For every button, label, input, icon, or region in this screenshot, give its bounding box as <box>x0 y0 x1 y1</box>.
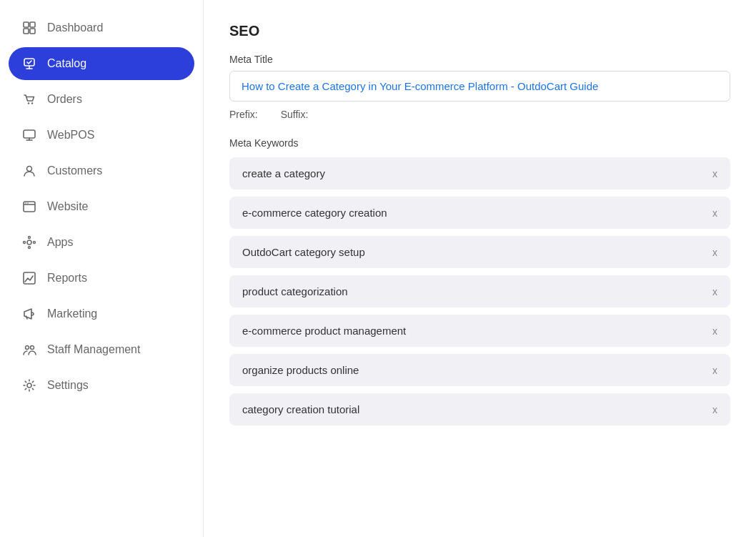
keyword-remove-button[interactable]: x <box>712 168 717 179</box>
svg-point-16 <box>34 242 36 244</box>
svg-rect-2 <box>24 29 29 34</box>
suffix-label: Suffix: <box>281 109 309 120</box>
sidebar-item-catalog[interactable]: Catalog <box>9 47 194 80</box>
sidebar: Dashboard Catalog Orders <box>0 0 204 537</box>
svg-point-8 <box>27 167 32 172</box>
keyword-remove-button[interactable]: x <box>712 365 717 376</box>
marketing-icon <box>21 306 37 322</box>
sidebar-item-customers[interactable]: Customers <box>9 154 194 187</box>
svg-point-18 <box>26 346 29 350</box>
sidebar-item-apps[interactable]: Apps <box>9 226 194 259</box>
sidebar-item-staff-management[interactable]: Staff Management <box>9 333 194 366</box>
keyword-tag-text: category creation tutorial <box>242 403 359 415</box>
keyword-tag-row: product categorizationx <box>229 275 730 307</box>
svg-point-20 <box>27 383 31 388</box>
customers-icon <box>21 163 37 179</box>
sidebar-item-reports[interactable]: Reports <box>9 262 194 295</box>
keyword-remove-button[interactable]: x <box>712 404 717 415</box>
sidebar-item-label: Apps <box>47 236 73 249</box>
staff-management-icon <box>21 342 37 358</box>
sidebar-item-label: Customers <box>47 164 102 177</box>
svg-point-10 <box>25 202 26 204</box>
keyword-tag-row: create a categoryx <box>229 157 730 189</box>
website-icon <box>21 199 37 215</box>
svg-point-13 <box>29 237 31 239</box>
sidebar-item-marketing[interactable]: Marketing <box>9 297 194 330</box>
sidebar-item-label: Reports <box>47 272 87 285</box>
keyword-tag-text: e-commerce category creation <box>242 207 387 219</box>
svg-point-19 <box>31 346 34 350</box>
keyword-tag-text: OutdoCart category setup <box>242 246 365 258</box>
keyword-tag-row: e-commerce product managementx <box>229 315 730 347</box>
svg-rect-0 <box>24 22 29 27</box>
keyword-tag-row: e-commerce category creationx <box>229 197 730 229</box>
keyword-remove-button[interactable]: x <box>712 286 717 297</box>
keyword-remove-button[interactable]: x <box>712 207 717 219</box>
svg-rect-7 <box>24 130 35 138</box>
webpos-icon <box>21 127 37 143</box>
keyword-tag-row: OutdoCart category setupx <box>229 236 730 268</box>
prefix-suffix-row: Prefix: Suffix: <box>229 109 730 120</box>
keyword-remove-button[interactable]: x <box>712 247 717 258</box>
page-title: SEO <box>229 23 730 39</box>
keyword-tag-row: organize products onlinex <box>229 354 730 386</box>
keyword-remove-button[interactable]: x <box>712 325 717 337</box>
keywords-list: create a categoryxe-commerce category cr… <box>229 157 730 425</box>
sidebar-item-label: Dashboard <box>47 21 103 34</box>
svg-point-11 <box>27 202 29 204</box>
svg-point-14 <box>29 247 31 249</box>
sidebar-item-website[interactable]: Website <box>9 190 194 223</box>
keyword-tag-text: create a category <box>242 167 325 179</box>
sidebar-item-orders[interactable]: Orders <box>9 83 194 116</box>
orders-icon <box>21 92 37 107</box>
sidebar-item-label: Marketing <box>47 307 97 320</box>
sidebar-item-settings[interactable]: Settings <box>9 369 194 402</box>
main-content: SEO Meta Title Prefix: Suffix: Meta Keyw… <box>204 0 756 537</box>
sidebar-item-label: Staff Management <box>47 343 140 356</box>
sidebar-item-label: Settings <box>47 379 89 392</box>
sidebar-item-label: Catalog <box>47 57 86 70</box>
svg-point-6 <box>31 102 33 104</box>
settings-icon <box>21 378 37 393</box>
svg-point-15 <box>24 242 26 244</box>
keyword-tag-text: product categorization <box>242 285 348 297</box>
svg-point-12 <box>27 240 31 245</box>
reports-icon <box>21 270 37 286</box>
dashboard-icon <box>21 20 37 36</box>
svg-point-5 <box>28 102 29 104</box>
sidebar-item-webpos[interactable]: WebPOS <box>9 119 194 152</box>
keyword-tag-text: e-commerce product management <box>242 325 406 337</box>
svg-rect-3 <box>30 29 35 34</box>
sidebar-item-dashboard[interactable]: Dashboard <box>9 11 194 44</box>
keyword-tag-text: organize products online <box>242 364 359 376</box>
prefix-label: Prefix: <box>229 109 258 120</box>
catalog-icon <box>21 56 37 72</box>
sidebar-item-label: Orders <box>47 93 82 106</box>
svg-rect-1 <box>30 22 35 27</box>
keyword-tag-row: category creation tutorialx <box>229 393 730 425</box>
meta-keywords-label: Meta Keywords <box>229 137 730 149</box>
apps-icon <box>21 235 37 250</box>
sidebar-item-label: Website <box>47 200 89 213</box>
sidebar-item-label: WebPOS <box>47 129 94 142</box>
meta-title-label: Meta Title <box>229 54 730 65</box>
meta-title-input[interactable] <box>229 71 730 102</box>
